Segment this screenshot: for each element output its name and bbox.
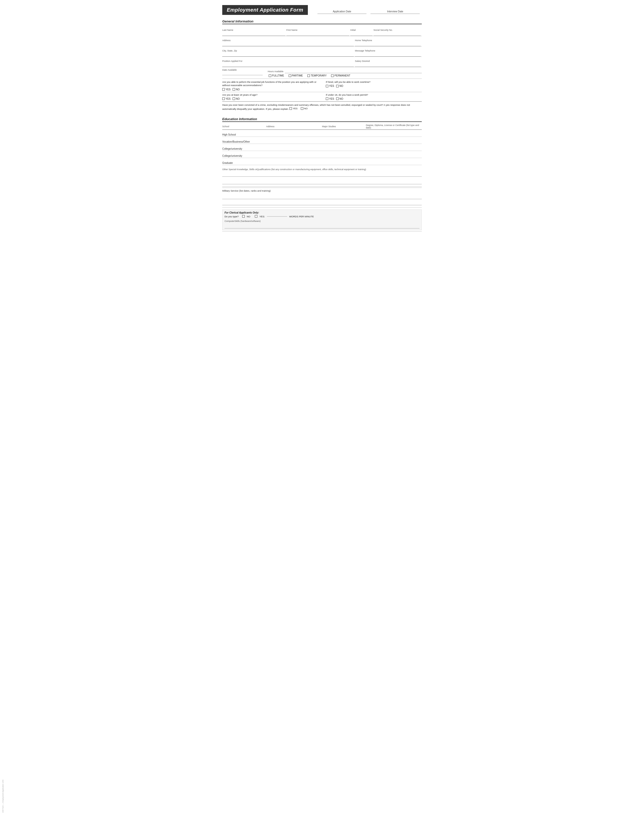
page-header: Employment Application Form Application … (222, 5, 422, 15)
last-name-input[interactable] (222, 32, 285, 36)
q4-yes-label: YES (329, 97, 334, 100)
address-label: Address (222, 39, 354, 42)
q1-yes-checkbox[interactable]: YES (222, 88, 230, 91)
salary-field: Salary Desired (355, 57, 422, 67)
salary-input[interactable] (355, 63, 421, 67)
graduate-major[interactable] (322, 158, 366, 165)
type-no-box[interactable] (242, 215, 245, 217)
edu-col-school: School (222, 124, 266, 130)
graduate-label: Graduate (222, 158, 266, 165)
message-telephone-input[interactable] (355, 53, 421, 56)
last-name-field: Last Name (222, 26, 287, 36)
interview-date-field[interactable]: Interview Date (370, 10, 420, 14)
vocation-degree[interactable] (366, 137, 422, 144)
edu-col-degree: Degree, Diploma, License or Certificate … (366, 124, 422, 130)
vocation-major[interactable] (322, 137, 366, 144)
military-section: Military Service (list dates, ranks and … (222, 188, 422, 205)
other-skills-section: Other Special Knowledge, Skills otQualif… (222, 168, 422, 184)
city-field: City, State, Zip (222, 47, 355, 56)
q4-no-checkbox[interactable]: NO (336, 97, 343, 100)
computer-skills-label: ComputerSkills (hardware/software) (224, 220, 420, 222)
partime-label: PARTIME (292, 74, 303, 77)
college1-address[interactable] (266, 144, 322, 151)
temporary-checkbox[interactable]: TEMPORARY (308, 74, 327, 77)
general-info-title: General Information (222, 19, 422, 24)
q1-no-checkbox[interactable]: NO (233, 88, 240, 91)
other-skills-input[interactable] (222, 173, 422, 177)
ssn-field: Social Security No. (374, 26, 422, 36)
other-skills-input-2[interactable] (222, 180, 422, 184)
home-telephone-input[interactable] (355, 42, 421, 46)
q3-col: Are you at least 18 years of age? YES NO (222, 93, 318, 100)
partime-box[interactable] (289, 74, 291, 77)
initial-input[interactable] (350, 32, 372, 36)
college1-label: College/university (222, 144, 266, 151)
wpm-input[interactable] (267, 216, 287, 217)
q2-yes-checkbox[interactable]: YES (326, 85, 334, 87)
highschool-degree[interactable] (366, 130, 422, 137)
college1-degree[interactable] (366, 144, 422, 151)
position-input[interactable] (222, 63, 354, 67)
college1-major[interactable] (322, 144, 366, 151)
crime-no-checkbox[interactable]: NO (301, 107, 308, 110)
q2-no-checkbox[interactable]: NO (336, 85, 343, 87)
crime-question-text: Have you ever been convicted of a crime,… (222, 103, 410, 110)
home-telephone-field: Home Telephone (355, 36, 422, 46)
header-dates: Application Date Interview Date (308, 5, 422, 15)
highschool-address[interactable] (266, 130, 322, 137)
temporary-box[interactable] (308, 74, 310, 77)
application-date-field[interactable]: Application Date (317, 10, 367, 14)
hours-available-input[interactable] (285, 69, 422, 73)
crime-yes-checkbox[interactable]: YES (290, 107, 298, 110)
permanent-checkbox[interactable]: PERMANENT (331, 74, 350, 77)
permanent-box[interactable] (331, 74, 333, 77)
vocation-address[interactable] (266, 137, 322, 144)
q3-yes-label: YES (225, 97, 230, 100)
address-row: Address Home Telephone (222, 36, 422, 46)
type-yes-box[interactable] (255, 215, 258, 217)
military-input-1[interactable] (222, 195, 422, 199)
type-yes-label: YES: (259, 215, 265, 218)
military-input-2[interactable] (222, 201, 422, 205)
partime-checkbox[interactable]: PARTIME (289, 74, 303, 77)
graduate-address[interactable] (266, 158, 322, 165)
other-skills-label: Other Special Knowledge, Skills otQualif… (222, 168, 422, 170)
salary-label: Salary Desired (355, 60, 421, 62)
college2-address[interactable] (266, 151, 322, 158)
college2-major[interactable] (322, 151, 366, 158)
date-available-input[interactable] (222, 71, 262, 75)
computer-skills-input[interactable] (224, 224, 420, 228)
q2-yes-label: YES (329, 85, 334, 87)
address-input[interactable] (222, 42, 354, 46)
college2-label: College/university (222, 151, 266, 158)
q4-checkboxes: YES NO (326, 97, 422, 100)
college2-degree[interactable] (366, 151, 422, 158)
clerical-title: For Clerical Applicants Only: (224, 211, 420, 214)
initial-field: Initial (350, 26, 373, 36)
q2-col: If hired, will you be able to work overt… (326, 80, 422, 91)
graduate-degree[interactable] (366, 158, 422, 165)
q4-yes-checkbox[interactable]: YES (326, 97, 334, 100)
ssn-input[interactable] (374, 32, 421, 36)
message-telephone-field: Message Telephone (355, 47, 422, 56)
fulltime-box[interactable] (269, 74, 271, 77)
q2-no-label: NO (340, 85, 343, 87)
military-label: Military Service (list dates, ranks and … (222, 189, 422, 192)
edu-row-vocation: Vocation/Business/Other (222, 137, 422, 144)
highschool-major[interactable] (322, 130, 366, 137)
q3-yes-checkbox[interactable]: YES (222, 97, 230, 100)
city-input[interactable] (222, 53, 354, 56)
first-name-label: First Name (287, 29, 349, 31)
crime-section: Have you ever been convicted of a crime,… (222, 101, 422, 112)
q1-col: Are you able to peform the essential job… (222, 80, 318, 91)
q1-checkboxes: YES NO (222, 88, 318, 91)
edu-row-college1: College/university (222, 144, 422, 151)
position-field: Position Applied For (222, 57, 355, 67)
message-telephone-label: Message Telephone (355, 50, 421, 52)
q4-no-label: NO (340, 97, 343, 100)
first-name-input[interactable] (287, 32, 349, 36)
type-label: Do you type? (224, 215, 239, 218)
fulltime-checkbox[interactable]: FULLTIME (269, 74, 284, 77)
q3-no-checkbox[interactable]: NO (233, 97, 240, 100)
q2-checkboxes: YES NO (326, 85, 422, 87)
